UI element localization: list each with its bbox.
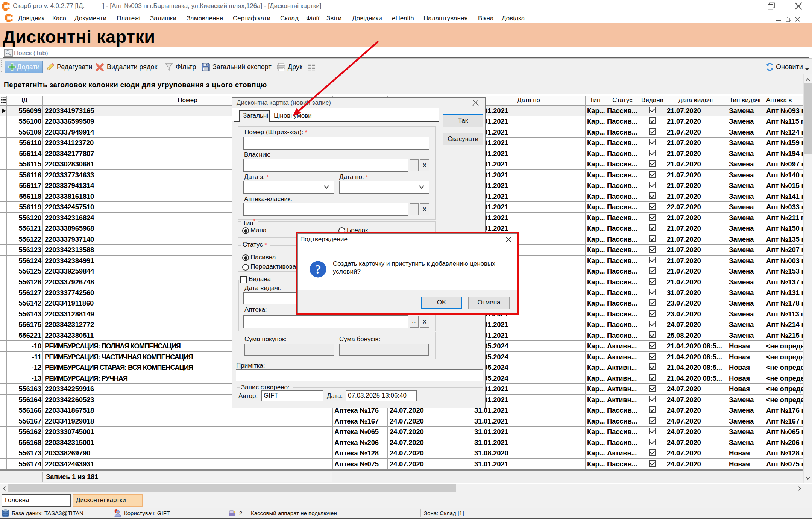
svg-text:?: ?	[315, 263, 321, 276]
